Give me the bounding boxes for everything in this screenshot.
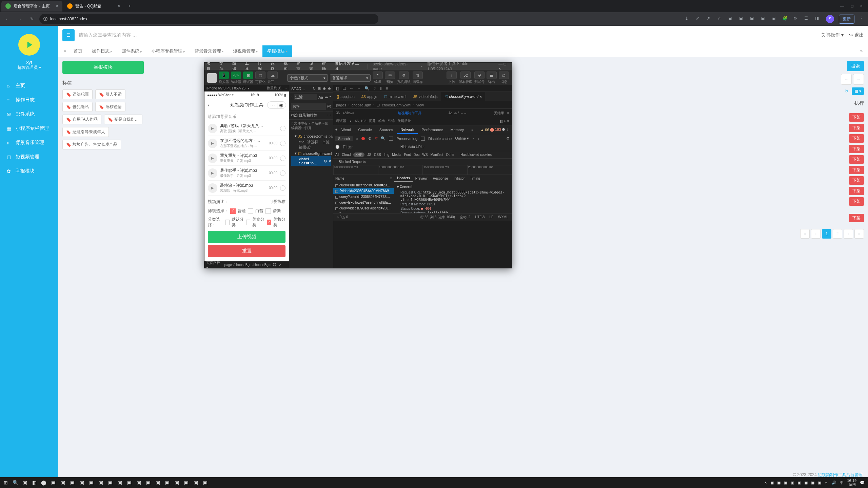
music-item[interactable]: ▶ 装糊涂 - 许嵩.mp3装糊涂 - 许嵩.mp3 00:00	[208, 181, 285, 196]
panel-tab-console[interactable]: Console	[355, 125, 375, 134]
app-icon[interactable]: ▣	[87, 478, 96, 487]
collapse-icon[interactable]: ⊖	[328, 86, 331, 91]
more-icon[interactable]: ⋮	[506, 127, 510, 132]
type-xhr[interactable]: XHR	[353, 152, 364, 157]
sidebar-item-report[interactable]: ✿举报模块	[0, 164, 58, 178]
filter-check[interactable]	[230, 208, 236, 214]
debugger-label[interactable]: 调试器	[336, 119, 346, 123]
record-button[interactable]	[361, 137, 365, 140]
clock[interactable]: 16:19 周五	[847, 479, 856, 487]
tab-report[interactable]: 举报模块	[262, 45, 292, 57]
app-icon[interactable]: ▣	[163, 478, 172, 487]
type-js[interactable]: JS	[367, 153, 371, 157]
panel-tab-wxml[interactable]: Wxml	[338, 125, 354, 134]
hamburger-button[interactable]: ☰	[62, 29, 75, 41]
cat-check[interactable]	[267, 220, 271, 225]
page-next[interactable]: ›	[844, 229, 853, 239]
version-button[interactable]: ⎇	[460, 72, 471, 79]
search-icon[interactable]: 🔍	[364, 86, 370, 91]
page-2[interactable]: 2	[833, 229, 842, 239]
app-icon[interactable]: ▣	[96, 478, 105, 487]
type-css[interactable]: CSS	[374, 153, 381, 157]
filter-check[interactable]	[265, 208, 271, 214]
clear-cache-button[interactable]: 🗑	[413, 72, 423, 79]
volume-icon[interactable]: 🔊	[832, 481, 836, 485]
type-all[interactable]: All	[335, 153, 339, 157]
find-tab[interactable]: 输出	[378, 119, 385, 123]
ext1-icon[interactable]: ▣	[728, 16, 734, 22]
editor-tab[interactable]: {} app.json	[333, 92, 358, 101]
sidebar-item-video[interactable]: ▢短视频管理	[0, 150, 58, 164]
app-icon[interactable]: ▣	[106, 478, 115, 487]
disable-cache-check[interactable]	[421, 137, 425, 141]
tag-item[interactable]: 🔖 垃圾广告、售卖低质产品	[62, 140, 121, 149]
takedown-button[interactable]: 下架	[849, 197, 864, 206]
simulator-toggle[interactable]: 📱	[219, 72, 229, 79]
radio[interactable]	[280, 126, 285, 131]
more-icon[interactable]: ♢	[373, 86, 377, 91]
new-file-icon[interactable]: ⊕	[323, 86, 326, 91]
tray-icon[interactable]: ▣	[784, 481, 787, 485]
tray-icon[interactable]: ▣	[804, 481, 808, 485]
close-icon[interactable]: ×	[507, 111, 509, 115]
visual-toggle[interactable]: ▢	[255, 72, 265, 79]
tag-item[interactable]: 🔖 侵犯隐私	[62, 102, 93, 112]
tag-item[interactable]: 🔖 恶意引导未成年人	[62, 127, 109, 137]
panel-tab-more[interactable]: »	[468, 125, 477, 134]
tab-column[interactable]: 小程序专栏管理	[147, 45, 190, 57]
preview-button[interactable]: 👁	[385, 72, 395, 79]
app-icon[interactable]: ▣	[68, 478, 77, 487]
dismiss-icon[interactable]: ⊘	[324, 159, 327, 163]
sidebar-item-column[interactable]: ▦小程序专栏管理	[0, 121, 58, 136]
user-role[interactable]: 超级管理员 ▾	[17, 65, 41, 70]
tray-icon[interactable]: ▣	[797, 481, 801, 485]
close-icon[interactable]: ×	[56, 4, 58, 8]
back-icon[interactable]: ←	[350, 86, 354, 91]
takedown-button[interactable]: 下架	[849, 145, 864, 153]
more-icon[interactable]: ⋯	[283, 86, 287, 90]
breadcrumb[interactable]: pages›chooseBgm›▢chooseBgm.wxml›view	[333, 101, 512, 109]
search-icon[interactable]: ⤢	[696, 16, 702, 22]
app-icon[interactable]: ▣	[172, 478, 181, 487]
footer-link[interactable]: 短视频制作工具后台管理	[818, 472, 863, 477]
type-other[interactable]: Other	[446, 153, 454, 157]
tag-item[interactable]: 🔖 引人不适	[95, 89, 125, 99]
maximize-icon[interactable]: □	[851, 4, 853, 8]
page-first[interactable]: «	[800, 229, 810, 239]
panel-tab-memory[interactable]: Memory	[447, 125, 468, 134]
app-icon[interactable]: ▣	[134, 478, 143, 487]
clear-icon[interactable]: ⊘	[368, 136, 371, 141]
layout-icon[interactable]: ◧ ∧ ×	[500, 119, 509, 123]
request-item[interactable]: query?userId=23063084N737SD40	[333, 194, 394, 200]
takedown-button[interactable]: 下架	[849, 155, 864, 164]
puzzle-icon[interactable]: 🧩	[783, 16, 789, 22]
detail-tab-preview[interactable]: Preview	[413, 175, 430, 182]
share-icon[interactable]: ↗	[707, 16, 713, 22]
page-prev[interactable]: ‹	[811, 229, 821, 239]
inspect-icon[interactable]: ⌖	[335, 127, 337, 132]
app-icon[interactable]: ▣	[144, 478, 153, 487]
tab-home[interactable]: 首页	[69, 45, 87, 57]
tag-item[interactable]: 🔖 疑是自我伤…	[104, 115, 142, 124]
upload-button[interactable]: 上传视频	[208, 231, 285, 243]
preserve-check[interactable]	[389, 137, 393, 141]
install-icon[interactable]: ⤓	[685, 16, 691, 22]
radio[interactable]	[280, 185, 285, 191]
browser-tab-0[interactable]: 后台管理平台 - 主页 ×	[1, 1, 62, 12]
minimize-icon[interactable]: —	[840, 4, 844, 8]
dir-label[interactable]: 指定目录和排除	[291, 113, 317, 118]
app-icon[interactable]: ▣	[191, 478, 200, 487]
close-icon[interactable]: ×	[390, 177, 392, 180]
message-button[interactable]: ☖	[499, 72, 509, 79]
tray-icon[interactable]: ▣	[777, 481, 781, 485]
minimize-icon[interactable]: —	[498, 62, 502, 66]
search-icon[interactable]: 🔍	[381, 136, 386, 141]
reload-button[interactable]: ↻	[27, 14, 37, 24]
upload-icon[interactable]: ↑	[472, 137, 474, 141]
prev-button[interactable]: ←	[841, 74, 852, 85]
music-item[interactable]: ▶ 最佳歌手 - 许嵩.mp3最佳歌手 - 许嵩.mp3 00:00	[208, 166, 285, 181]
side-panel-icon[interactable]: ◨	[815, 16, 821, 22]
tabs-next[interactable]: »	[857, 48, 865, 54]
play-icon[interactable]: ▶	[208, 183, 217, 193]
cursor-pos[interactable]: 行 36, 列 8 (选中 1640)	[420, 215, 455, 220]
